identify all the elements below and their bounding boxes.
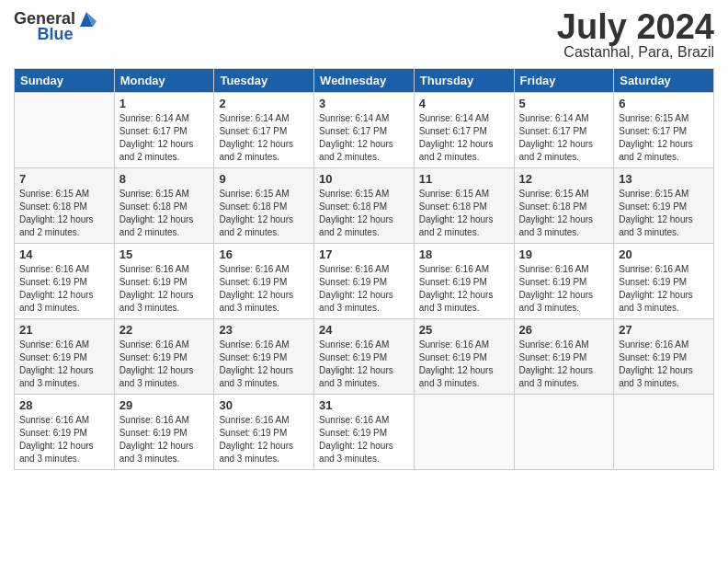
- calendar-cell: 7Sunrise: 6:15 AM Sunset: 6:18 PM Daylig…: [15, 168, 115, 244]
- calendar-cell: 11Sunrise: 6:15 AM Sunset: 6:18 PM Dayli…: [414, 168, 514, 244]
- calendar-week-2: 7Sunrise: 6:15 AM Sunset: 6:18 PM Daylig…: [15, 168, 714, 244]
- calendar-cell: 18Sunrise: 6:16 AM Sunset: 6:19 PM Dayli…: [414, 244, 514, 319]
- calendar-cell: 25Sunrise: 6:16 AM Sunset: 6:19 PM Dayli…: [414, 319, 514, 395]
- calendar-cell: 21Sunrise: 6:16 AM Sunset: 6:19 PM Dayli…: [15, 319, 115, 395]
- day-number: 13: [619, 172, 709, 186]
- header-row: Sunday Monday Tuesday Wednesday Thursday…: [15, 69, 714, 93]
- day-number: 3: [319, 97, 409, 110]
- day-info: Sunrise: 6:16 AM Sunset: 6:19 PM Dayligh…: [419, 263, 509, 315]
- day-info: Sunrise: 6:16 AM Sunset: 6:19 PM Dayligh…: [619, 263, 709, 315]
- day-number: 24: [319, 323, 409, 337]
- day-info: Sunrise: 6:14 AM Sunset: 6:17 PM Dayligh…: [419, 112, 509, 164]
- day-info: Sunrise: 6:16 AM Sunset: 6:19 PM Dayligh…: [19, 263, 109, 315]
- col-friday: Friday: [514, 69, 614, 93]
- day-number: 9: [219, 172, 309, 186]
- day-info: Sunrise: 6:16 AM Sunset: 6:19 PM Dayligh…: [219, 263, 309, 315]
- day-number: 15: [119, 247, 210, 261]
- day-number: 10: [319, 172, 409, 186]
- col-thursday: Thursday: [414, 69, 514, 93]
- day-number: 31: [319, 398, 409, 412]
- calendar-cell: [614, 395, 714, 470]
- day-info: Sunrise: 6:15 AM Sunset: 6:18 PM Dayligh…: [519, 188, 609, 239]
- day-number: 25: [419, 323, 509, 337]
- day-info: Sunrise: 6:16 AM Sunset: 6:19 PM Dayligh…: [19, 339, 109, 390]
- calendar-week-5: 28Sunrise: 6:16 AM Sunset: 6:19 PM Dayli…: [15, 395, 714, 470]
- calendar-cell: 20Sunrise: 6:16 AM Sunset: 6:19 PM Dayli…: [614, 244, 714, 319]
- calendar-cell: 5Sunrise: 6:14 AM Sunset: 6:17 PM Daylig…: [514, 93, 614, 168]
- day-info: Sunrise: 6:15 AM Sunset: 6:18 PM Dayligh…: [219, 188, 309, 239]
- day-info: Sunrise: 6:16 AM Sunset: 6:19 PM Dayligh…: [319, 263, 409, 315]
- calendar-cell: 12Sunrise: 6:15 AM Sunset: 6:18 PM Dayli…: [514, 168, 614, 244]
- logo-icon: [76, 10, 97, 29]
- location-title: Castanhal, Para, Brazil: [557, 44, 714, 61]
- calendar-cell: 16Sunrise: 6:16 AM Sunset: 6:19 PM Dayli…: [214, 244, 314, 319]
- day-info: Sunrise: 6:14 AM Sunset: 6:17 PM Dayligh…: [219, 112, 309, 164]
- day-number: 23: [219, 323, 309, 337]
- day-info: Sunrise: 6:16 AM Sunset: 6:19 PM Dayligh…: [119, 414, 210, 465]
- day-info: Sunrise: 6:16 AM Sunset: 6:19 PM Dayligh…: [119, 339, 210, 390]
- calendar-cell: [414, 395, 514, 470]
- day-info: Sunrise: 6:15 AM Sunset: 6:17 PM Dayligh…: [619, 112, 709, 164]
- day-info: Sunrise: 6:14 AM Sunset: 6:17 PM Dayligh…: [119, 112, 210, 164]
- day-info: Sunrise: 6:15 AM Sunset: 6:18 PM Dayligh…: [19, 188, 109, 239]
- title-area: July 2024 Castanhal, Para, Brazil: [557, 9, 714, 61]
- day-info: Sunrise: 6:16 AM Sunset: 6:19 PM Dayligh…: [419, 339, 509, 390]
- day-info: Sunrise: 6:16 AM Sunset: 6:19 PM Dayligh…: [119, 263, 210, 315]
- day-number: 21: [19, 323, 109, 337]
- calendar-cell: 14Sunrise: 6:16 AM Sunset: 6:19 PM Dayli…: [15, 244, 115, 319]
- month-title: July 2024: [557, 9, 714, 44]
- day-info: Sunrise: 6:15 AM Sunset: 6:19 PM Dayligh…: [619, 188, 709, 239]
- calendar-week-4: 21Sunrise: 6:16 AM Sunset: 6:19 PM Dayli…: [15, 319, 714, 395]
- day-number: 28: [19, 398, 109, 412]
- day-number: 29: [119, 398, 210, 412]
- day-number: 4: [419, 97, 509, 110]
- day-info: Sunrise: 6:16 AM Sunset: 6:19 PM Dayligh…: [519, 339, 609, 390]
- calendar-cell: 24Sunrise: 6:16 AM Sunset: 6:19 PM Dayli…: [314, 319, 415, 395]
- day-number: 7: [19, 172, 109, 186]
- logo: General Blue: [14, 9, 97, 44]
- calendar-week-3: 14Sunrise: 6:16 AM Sunset: 6:19 PM Dayli…: [15, 244, 714, 319]
- calendar-cell: 30Sunrise: 6:16 AM Sunset: 6:19 PM Dayli…: [214, 395, 314, 470]
- day-info: Sunrise: 6:16 AM Sunset: 6:19 PM Dayligh…: [319, 339, 409, 390]
- col-sunday: Sunday: [15, 69, 115, 93]
- calendar-cell: 9Sunrise: 6:15 AM Sunset: 6:18 PM Daylig…: [214, 168, 314, 244]
- calendar-cell: 31Sunrise: 6:16 AM Sunset: 6:19 PM Dayli…: [314, 395, 415, 470]
- col-saturday: Saturday: [614, 69, 714, 93]
- calendar-cell: 17Sunrise: 6:16 AM Sunset: 6:19 PM Dayli…: [314, 244, 415, 319]
- day-info: Sunrise: 6:16 AM Sunset: 6:19 PM Dayligh…: [619, 339, 709, 390]
- calendar-cell: 15Sunrise: 6:16 AM Sunset: 6:19 PM Dayli…: [114, 244, 214, 319]
- day-number: 16: [219, 247, 309, 261]
- day-number: 8: [119, 172, 210, 186]
- calendar-cell: 6Sunrise: 6:15 AM Sunset: 6:17 PM Daylig…: [614, 93, 714, 168]
- col-wednesday: Wednesday: [314, 69, 415, 93]
- day-info: Sunrise: 6:16 AM Sunset: 6:19 PM Dayligh…: [219, 414, 309, 465]
- day-number: 11: [419, 172, 509, 186]
- calendar-cell: [15, 93, 115, 168]
- day-number: 1: [119, 97, 210, 110]
- day-info: Sunrise: 6:16 AM Sunset: 6:19 PM Dayligh…: [519, 263, 609, 315]
- calendar-cell: [514, 395, 614, 470]
- day-info: Sunrise: 6:16 AM Sunset: 6:19 PM Dayligh…: [319, 414, 409, 465]
- logo-text-blue: Blue: [38, 25, 74, 44]
- day-number: 26: [519, 323, 609, 337]
- calendar-cell: 26Sunrise: 6:16 AM Sunset: 6:19 PM Dayli…: [514, 319, 614, 395]
- calendar-cell: 3Sunrise: 6:14 AM Sunset: 6:17 PM Daylig…: [314, 93, 415, 168]
- header: General Blue July 2024 Castanhal, Para, …: [14, 9, 714, 61]
- day-info: Sunrise: 6:14 AM Sunset: 6:17 PM Dayligh…: [519, 112, 609, 164]
- day-number: 2: [219, 97, 309, 110]
- day-number: 30: [219, 398, 309, 412]
- calendar-table: Sunday Monday Tuesday Wednesday Thursday…: [14, 68, 714, 470]
- day-info: Sunrise: 6:16 AM Sunset: 6:19 PM Dayligh…: [19, 414, 109, 465]
- col-tuesday: Tuesday: [214, 69, 314, 93]
- calendar-week-1: 1Sunrise: 6:14 AM Sunset: 6:17 PM Daylig…: [15, 93, 714, 168]
- day-number: 5: [519, 97, 609, 110]
- calendar-cell: 23Sunrise: 6:16 AM Sunset: 6:19 PM Dayli…: [214, 319, 314, 395]
- day-number: 12: [519, 172, 609, 186]
- day-number: 22: [119, 323, 210, 337]
- day-number: 20: [619, 247, 709, 261]
- calendar-cell: 10Sunrise: 6:15 AM Sunset: 6:18 PM Dayli…: [314, 168, 415, 244]
- day-number: 18: [419, 247, 509, 261]
- page-container: General Blue July 2024 Castanhal, Para, …: [0, 0, 728, 479]
- day-info: Sunrise: 6:15 AM Sunset: 6:18 PM Dayligh…: [419, 188, 509, 239]
- day-number: 19: [519, 247, 609, 261]
